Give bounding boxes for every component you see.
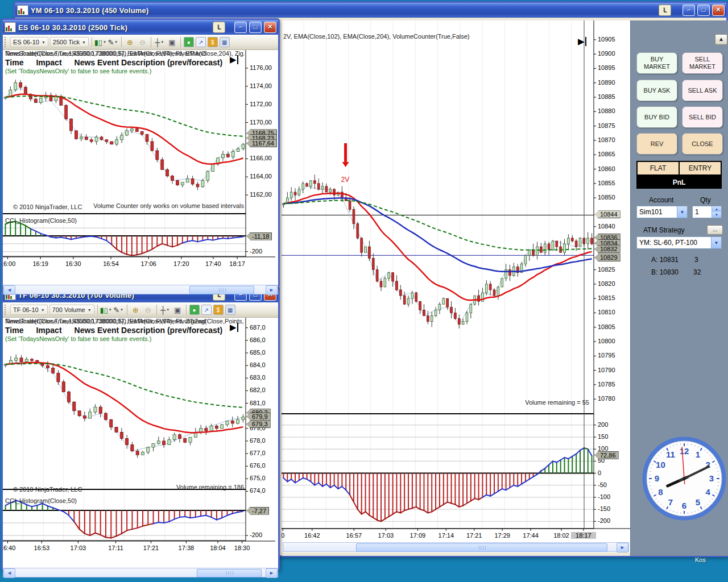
cci-tick-label: 200 <box>598 421 608 428</box>
dropdown-arrow-icon: ▼ <box>120 308 123 311</box>
tf-chart-window: TF 06-10 30.3.2010 (700 Volume) L – □ × … <box>1 286 280 570</box>
alert-icon[interactable]: ● <box>189 305 200 315</box>
atm-more-button[interactable]: ... <box>707 225 723 235</box>
zoom-in-icon[interactable]: ⊕ <box>130 305 141 315</box>
entry-button[interactable]: ENTRY <box>680 162 721 174</box>
svg-text:1: 1 <box>696 450 700 459</box>
dropdown-arrow-icon[interactable]: ▼ <box>677 206 687 218</box>
price-tick-label: 10900 <box>598 50 615 57</box>
scroll-left-arrow[interactable]: ◄ <box>3 285 15 295</box>
minimize-button[interactable]: – <box>682 5 695 16</box>
tf-horizontal-scrollbar[interactable]: ◄ ► <box>3 568 278 577</box>
account-select[interactable]: Sim101 ▼ <box>636 206 688 218</box>
new-chart-icon[interactable]: ↗ <box>201 305 212 315</box>
close-button[interactable]: × <box>264 22 276 33</box>
price-tick-label: 676,0 <box>250 462 266 469</box>
time-tick-label: 16:00 <box>3 260 20 267</box>
scroll-left-arrow[interactable]: ◄ <box>3 568 15 578</box>
es-chart-panel[interactable]: NewsTrader(Close,True,453500,738000,5), … <box>3 50 278 286</box>
interval-select[interactable]: 2500 Tick▼ <box>50 37 89 47</box>
es-window-titlebar[interactable]: ES 06-10 30.3.2010 (2500 Tick) L – □ × <box>3 20 278 35</box>
ym-chart-panel[interactable]: 2V 2V, EMA(Close,102), EMA(Close,204), V… <box>282 20 630 556</box>
price-tick-label: 675,0 <box>250 475 266 481</box>
instrument-select[interactable]: TF 06-10▼ <box>10 305 48 315</box>
main-window-titlebar[interactable]: YM 06-10 30.3.2010 (450 Volume) L – □ × <box>15 3 726 18</box>
es-horizontal-scrollbar[interactable]: ◄ ► <box>3 285 278 294</box>
dropdown-arrow-icon[interactable]: ▼ <box>711 237 721 248</box>
desktop-icon-label[interactable]: Kos <box>695 556 706 563</box>
time-tick-label: 16:19 <box>28 260 53 267</box>
svg-text:6: 6 <box>682 501 686 510</box>
scrollbar-thumb[interactable] <box>197 569 262 577</box>
zoom-in-icon[interactable]: ⊕ <box>125 37 135 48</box>
price-tag: 10844 <box>594 210 621 218</box>
sell-bid-button[interactable]: SELL BID <box>682 106 723 128</box>
crosshair-icon[interactable]: ┼▼ <box>154 37 165 48</box>
cci-tick-label: -200 <box>250 248 262 255</box>
interval-select[interactable]: 700 Volume▼ <box>49 305 94 315</box>
chart-style-icon[interactable]: ▮▯▼ <box>101 305 111 315</box>
scroll-right-arrow[interactable]: ► <box>266 285 278 295</box>
draw-tool-icon[interactable]: ✎▼ <box>107 37 118 48</box>
sell-market-button[interactable]: SELL MARKET <box>682 52 723 74</box>
go-to-end-icon[interactable]: ▶ <box>578 36 586 47</box>
news-note: (Set 'TodaysNewsOnly' to false to see fu… <box>5 335 244 342</box>
zoom-out-icon[interactable]: ⊖ <box>143 305 154 315</box>
crosshair-icon[interactable]: ┼▼ <box>160 305 171 315</box>
price-tick-label: 10860 <box>598 165 615 172</box>
instrument-select[interactable]: ES 06-10▼ <box>10 37 48 47</box>
price-tick-label: 686,0 <box>250 336 266 343</box>
close-button[interactable]: × <box>712 5 725 16</box>
ym-horizontal-scrollbar[interactable]: ► <box>283 542 629 552</box>
minimize-button[interactable]: – <box>234 22 247 33</box>
link-button[interactable]: L <box>659 5 671 16</box>
data-box-icon[interactable]: ▣ <box>167 37 177 48</box>
alert-icon[interactable]: ● <box>184 37 194 47</box>
flat-button[interactable]: FLAT <box>638 162 680 174</box>
time-tick-label: 17:38 <box>173 544 198 551</box>
chart-style-icon[interactable]: ▮▯▼ <box>95 37 106 48</box>
quantity-stepper[interactable]: 1 ▲▼ <box>692 206 722 218</box>
buy-ask-button[interactable]: BUY ASK <box>636 80 677 101</box>
scroll-right-arrow[interactable]: ► <box>617 543 628 552</box>
sell-ask-button[interactable]: SELL ASK <box>682 80 723 101</box>
buy-bid-button[interactable]: BUY BID <box>636 106 677 128</box>
reverse-button[interactable]: REV <box>636 133 677 155</box>
draw-tool-icon[interactable]: ✎▼ <box>113 305 124 315</box>
data-box-icon[interactable]: ▣ <box>172 305 183 315</box>
time-tick-label: 16:54 <box>98 260 123 267</box>
svg-text:9: 9 <box>655 473 659 483</box>
scroll-right-arrow[interactable]: ► <box>266 568 278 578</box>
scrollbar-thumb[interactable] <box>189 286 254 294</box>
toolbar-grip[interactable] <box>5 37 7 47</box>
close-position-button[interactable]: CLOSE <box>682 133 723 155</box>
price-tick-label: 10870 <box>598 136 615 143</box>
atm-strategy-select[interactable]: YM: SL-60, PT-100 ▼ <box>636 236 722 249</box>
svg-text:8: 8 <box>658 487 663 497</box>
new-chart-icon[interactable]: ↗ <box>196 37 206 47</box>
link-button[interactable]: L <box>213 22 225 33</box>
tf-chart-panel[interactable]: NewsTrader(Close,True,453500,738000,5), … <box>3 318 278 569</box>
go-to-end-icon[interactable]: ▶ <box>230 55 238 65</box>
maximize-button[interactable]: □ <box>697 5 710 16</box>
time-tick-label: 17:11 <box>104 544 129 551</box>
price-tick-label: 10810 <box>598 309 615 315</box>
dollar-icon[interactable]: $ <box>208 37 218 47</box>
time-tick-label: 16:53 <box>29 544 54 551</box>
zoom-out-icon[interactable]: ⊖ <box>137 37 148 48</box>
go-to-end-icon[interactable]: ▶ <box>230 322 238 332</box>
spinner-arrows[interactable]: ▲▼ <box>712 206 721 218</box>
news-grid-icon[interactable]: ▦ <box>220 37 230 47</box>
buy-market-button[interactable]: BUY MARKET <box>636 52 677 74</box>
news-grid-icon[interactable]: ▦ <box>225 305 235 315</box>
time-tick-label: 17:40 <box>201 260 226 267</box>
dollar-icon[interactable]: $ <box>213 305 224 315</box>
price-tick-label: 677,0 <box>250 450 266 456</box>
scrollbar-thumb[interactable] <box>356 543 607 552</box>
price-tick-label: 674,0 <box>250 487 266 494</box>
maximize-button[interactable]: □ <box>249 22 262 33</box>
toolbar-grip[interactable] <box>5 305 7 315</box>
price-tick-label: 10785 <box>598 381 615 388</box>
news-panel: NewsTrader(Close,True,453500,738000,5), … <box>5 50 244 74</box>
collapse-button[interactable]: ▲ <box>715 34 727 45</box>
